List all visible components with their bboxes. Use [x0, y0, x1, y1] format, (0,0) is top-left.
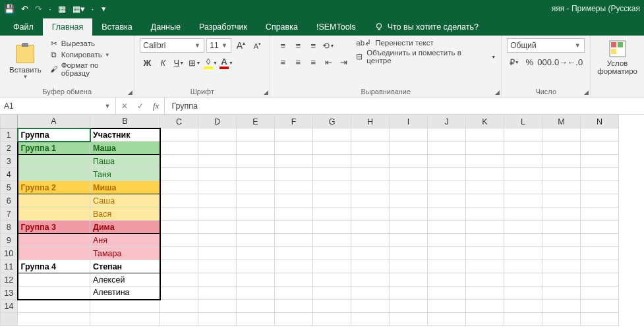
cell[interactable] [581, 194, 619, 208]
cell-A9[interactable] [18, 234, 90, 247]
number-format-combo[interactable]: Общий ▼ [507, 38, 585, 53]
cell[interactable] [275, 287, 313, 300]
qat-custom-1-icon[interactable]: ▦ [58, 4, 66, 14]
cell[interactable] [428, 142, 466, 155]
cell[interactable] [428, 234, 466, 247]
font-size-combo[interactable]: 11 ▼ [206, 38, 231, 53]
tab-semtools[interactable]: !SEMTools [307, 18, 365, 36]
align-top-button[interactable]: ≡ [276, 38, 290, 53]
cell[interactable] [351, 208, 390, 221]
cell[interactable] [390, 155, 428, 168]
cell[interactable] [237, 221, 275, 234]
cell-B10[interactable]: Тамара [90, 247, 160, 260]
cell-A5[interactable]: Группа 2 [18, 181, 90, 194]
cell[interactable] [160, 168, 198, 181]
row-header-10[interactable]: 10 [1, 247, 18, 260]
cell-A1[interactable]: Группа [18, 128, 90, 142]
cell-A3[interactable] [18, 155, 90, 168]
cell[interactable] [313, 273, 351, 287]
cell[interactable] [390, 208, 428, 221]
cell[interactable] [390, 142, 428, 155]
col-header-D[interactable]: D [198, 115, 237, 128]
cell[interactable] [198, 208, 237, 221]
cancel-icon[interactable]: ✕ [121, 101, 128, 111]
redo-icon[interactable]: ↷ [35, 4, 42, 14]
cell[interactable] [466, 142, 504, 155]
cell-B11[interactable]: Степан [90, 260, 160, 273]
number-dialog-launcher-icon[interactable]: ◢ [584, 89, 589, 96]
cell[interactable] [504, 128, 542, 142]
row-header-1[interactable]: 1 [1, 128, 18, 142]
cell[interactable] [504, 300, 542, 313]
row-header-11[interactable]: 11 [1, 260, 18, 273]
cell[interactable] [237, 194, 275, 208]
cell[interactable] [198, 273, 237, 287]
cell[interactable] [390, 273, 428, 287]
cell[interactable] [275, 234, 313, 247]
cell[interactable] [275, 168, 313, 181]
cell[interactable] [237, 168, 275, 181]
cell[interactable] [542, 208, 581, 221]
increase-font-button[interactable]: A▴ [233, 38, 248, 53]
cell[interactable] [313, 287, 351, 300]
cell[interactable] [313, 181, 351, 194]
row-header-3[interactable]: 3 [1, 155, 18, 168]
cell[interactable] [542, 273, 581, 287]
cell[interactable] [428, 287, 466, 300]
cell-B4[interactable]: Таня [90, 168, 160, 181]
cell[interactable] [275, 247, 313, 260]
cell[interactable] [466, 194, 504, 208]
cell[interactable] [198, 234, 237, 247]
cell[interactable] [160, 128, 198, 142]
cell[interactable] [504, 208, 542, 221]
cell[interactable] [466, 155, 504, 168]
row-header-7[interactable]: 7 [1, 208, 18, 221]
cell[interactable] [351, 287, 390, 300]
cell[interactable] [198, 168, 237, 181]
cell[interactable] [428, 260, 466, 273]
cell[interactable] [313, 313, 351, 326]
decrease-decimal-button[interactable]: ←.0 [568, 55, 582, 69]
cell[interactable] [313, 142, 351, 155]
cell[interactable] [275, 221, 313, 234]
font-color-button[interactable]: A▼ [219, 55, 233, 70]
cell[interactable] [237, 155, 275, 168]
cell[interactable] [18, 300, 90, 313]
cell[interactable] [428, 194, 466, 208]
cell[interactable] [466, 273, 504, 287]
row-header-9[interactable]: 9 [1, 234, 18, 247]
conditional-formatting-button[interactable]: Услов форматиро [596, 38, 639, 86]
cell[interactable] [390, 221, 428, 234]
row-header-12[interactable]: 12 [1, 273, 18, 287]
col-header-L[interactable]: L [504, 115, 542, 128]
cell[interactable] [466, 260, 504, 273]
format-painter-button[interactable]: 🖌 Формат по образцу [49, 61, 129, 78]
align-left-button[interactable]: ≡ [276, 55, 290, 69]
cell[interactable] [504, 194, 542, 208]
underline-button[interactable]: Ч▼ [171, 55, 186, 70]
merge-center-button[interactable]: ⊟ Объединить и поместить в центре ▼ [356, 49, 496, 65]
name-box[interactable]: A1 ▼ [0, 97, 116, 114]
cell[interactable] [275, 300, 313, 313]
cell[interactable] [198, 260, 237, 273]
cell[interactable] [390, 168, 428, 181]
cell[interactable] [237, 273, 275, 287]
cell[interactable] [313, 221, 351, 234]
cell[interactable] [275, 208, 313, 221]
row-header-8[interactable]: 8 [1, 221, 18, 234]
cell[interactable] [504, 260, 542, 273]
cell[interactable] [237, 260, 275, 273]
cell[interactable] [198, 142, 237, 155]
cell-B8[interactable]: Дима [90, 221, 160, 234]
col-header-M[interactable]: M [542, 115, 581, 128]
cell[interactable] [160, 234, 198, 247]
undo-icon[interactable]: ↶ [21, 4, 28, 14]
cell[interactable] [351, 194, 390, 208]
cell[interactable] [313, 128, 351, 142]
cell-A4[interactable] [18, 168, 90, 181]
align-middle-button[interactable]: ≡ [291, 38, 305, 53]
font-dialog-launcher-icon[interactable]: ◢ [264, 89, 268, 96]
formula-input[interactable]: Группа [165, 97, 644, 114]
cell[interactable] [428, 181, 466, 194]
align-center-button[interactable]: ≡ [291, 55, 305, 69]
